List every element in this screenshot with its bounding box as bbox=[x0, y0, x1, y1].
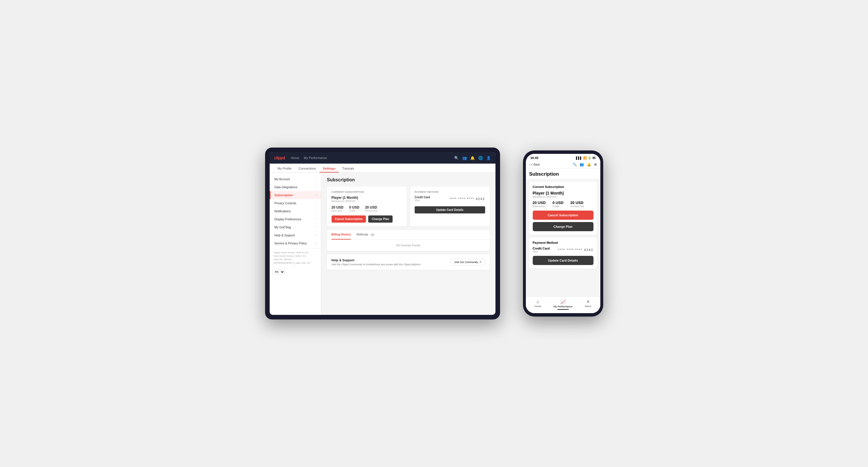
search-icon[interactable]: 🔍 bbox=[454, 156, 459, 160]
sidebar-item-displayprefs[interactable]: Display Preferences › bbox=[270, 215, 321, 223]
home-icon: ⌂ bbox=[536, 299, 539, 304]
status-time: 10:43 bbox=[530, 156, 538, 160]
phone-credit: 0 USD Credit bbox=[553, 200, 563, 208]
add-icon[interactable]: ⊕ bbox=[594, 162, 597, 166]
phone-payment-row: Credit Card Visa **** **** **** 4242 bbox=[533, 247, 593, 253]
menu-icon: ≡ bbox=[587, 299, 589, 304]
base-price: 20 USD Base price bbox=[332, 206, 344, 212]
phone-nav-icons: 🔍 👥 🔔 ⊕ bbox=[572, 162, 597, 166]
sidebar: My Account › Data Integrations › Subscri… bbox=[270, 173, 321, 315]
change-plan-button[interactable]: Change Plan bbox=[368, 215, 393, 223]
tablet-nav-links: Home My Performance bbox=[291, 156, 327, 160]
sidebar-item-privacy[interactable]: Privacy Controls › bbox=[270, 199, 321, 207]
phone-update-card-button[interactable]: Update Card Details bbox=[533, 256, 593, 265]
tablet-nav-icons: 🔍 👥 🔔 🌐 👤 bbox=[454, 156, 491, 160]
phone-payment-info: Credit Card Visa bbox=[533, 247, 550, 253]
cards-row: Current Subscription Player (1 Month) Re… bbox=[327, 187, 490, 227]
billing-history-tab[interactable]: Billing History bbox=[332, 230, 351, 240]
wifi-icon: 📶 bbox=[583, 156, 587, 160]
phone-nav-menu[interactable]: ≡ Menu bbox=[580, 299, 597, 310]
phone-nav-performance[interactable]: 📈 My Performance bbox=[553, 299, 572, 310]
payment-method-label: Payment Method bbox=[415, 190, 485, 193]
tablet-screen: clippd Home My Performance 🔍 👥 🔔 🌐 👤 My … bbox=[270, 152, 495, 315]
globe-icon[interactable]: 🌐 bbox=[478, 156, 483, 160]
no-invoices-message: No Invoices Found bbox=[327, 240, 490, 251]
sidebar-item-golfbag[interactable]: My Golf Bag › bbox=[270, 223, 321, 231]
update-card-button[interactable]: Update Card Details bbox=[415, 206, 485, 213]
card-number: **** **** **** 4242 bbox=[450, 197, 485, 200]
phone-card-number: **** **** **** 4242 bbox=[558, 248, 593, 252]
sidebar-item-subscription[interactable]: Subscription › bbox=[270, 191, 321, 199]
phone-navbar: ‹ < Back 🔍 👥 🔔 ⊕ bbox=[526, 161, 600, 168]
users-icon[interactable]: 👥 bbox=[462, 156, 467, 160]
plan-amounts: 20 USD Base price 0 USD Credit 20 USD Am… bbox=[332, 206, 402, 212]
sidebar-item-privacy-policy[interactable]: Service & Privacy Policy ↗ bbox=[270, 239, 321, 247]
payment-method-card: Payment Method Credit Card Visa **** ***… bbox=[410, 187, 490, 227]
sidebar-footer: Clippd Client Version: 2023.07.6-8 GQL S… bbox=[270, 248, 321, 267]
avatar-icon[interactable]: 👤 bbox=[486, 156, 491, 160]
sidebar-item-dataintegrations[interactable]: Data Integrations › bbox=[270, 183, 321, 191]
help-title: Help & Support bbox=[332, 258, 422, 262]
phone-plan-renew: Renews on 25/07/23 bbox=[533, 195, 593, 198]
external-link-icon: ↗ bbox=[479, 261, 482, 263]
phone-change-plan-button[interactable]: Change Plan bbox=[533, 222, 593, 231]
chevron-right-icon: › bbox=[316, 178, 317, 181]
language-select[interactable]: EN bbox=[273, 269, 285, 275]
subnav-settings[interactable]: Settings bbox=[319, 165, 339, 173]
payment-brand: Visa bbox=[415, 199, 430, 202]
phone-nav-home[interactable]: ⌂ Home bbox=[529, 299, 547, 310]
current-subscription-card: Current Subscription Player (1 Month) Re… bbox=[327, 187, 407, 227]
help-section: Help & Support Visit the Clippd Communit… bbox=[327, 254, 490, 270]
phone-payment-brand: Visa bbox=[533, 250, 550, 253]
phone-cancel-subscription-button[interactable]: Cancel Subscription bbox=[533, 211, 593, 220]
chevron-right-icon: › bbox=[316, 210, 317, 213]
cancel-subscription-button[interactable]: Cancel Subscription bbox=[332, 215, 366, 223]
tablet-nav-home[interactable]: Home bbox=[291, 156, 299, 160]
referrals-tab[interactable]: Referrals 0 bbox=[356, 230, 375, 240]
chevron-right-icon: › bbox=[316, 226, 317, 229]
amount-due: 20 USD Amount due bbox=[365, 206, 377, 212]
payment-type: Credit Card bbox=[415, 196, 430, 199]
tablet-logo: clippd bbox=[274, 156, 285, 160]
phone-plan-name: Player (1 Month) bbox=[533, 191, 593, 195]
back-button[interactable]: ‹ < Back bbox=[529, 163, 540, 166]
phone-content: Subscription Current Subscription Player… bbox=[526, 168, 600, 297]
subnav-tutorials[interactable]: Tutorials bbox=[339, 165, 358, 173]
subnav-myprofile[interactable]: My Profile bbox=[274, 165, 295, 173]
battery-icon: 🔋 bbox=[588, 156, 591, 160]
bell-icon[interactable]: 🔔 bbox=[470, 156, 475, 160]
sidebar-item-myaccount[interactable]: My Account › bbox=[270, 175, 321, 183]
phone-amount-due: 20 USD Amount due bbox=[570, 200, 584, 208]
help-desc: Visit the Clippd Community to troublesho… bbox=[332, 263, 422, 266]
tablet-nav-performance[interactable]: My Performance bbox=[304, 156, 327, 160]
phone-payment-card: Payment Method Credit Card Visa **** ***… bbox=[529, 238, 597, 269]
tablet-navbar: clippd Home My Performance 🔍 👥 🔔 🌐 👤 bbox=[270, 152, 495, 164]
sidebar-item-helpsupport[interactable]: Help & Support ↗ bbox=[270, 231, 321, 239]
sidebar-item-notifications[interactable]: Notifications › bbox=[270, 207, 321, 215]
search-icon[interactable]: 🔍 bbox=[572, 162, 577, 166]
phone-payment-label: Payment Method bbox=[533, 241, 593, 244]
sidebar-lang[interactable]: EN bbox=[273, 269, 318, 275]
external-link-icon: ↗ bbox=[315, 242, 317, 245]
plan-renew: Renews on 25/07/23 bbox=[332, 200, 402, 203]
visit-community-button[interactable]: Visit Our Community ↗ bbox=[451, 259, 485, 266]
phone-screen: 10:43 ▌▌▌ 📶 🔋 85 ‹ < Back 🔍 👥 🔔 ⊕ S bbox=[526, 154, 600, 313]
phone-base-price: 20 USD Base price bbox=[533, 200, 546, 208]
performance-icon: 📈 bbox=[560, 299, 566, 305]
active-indicator bbox=[557, 309, 569, 310]
phone-bottom-nav: ⌂ Home 📈 My Performance ≡ Menu bbox=[526, 297, 600, 313]
referrals-badge: 0 bbox=[370, 233, 375, 237]
external-link-icon: ↗ bbox=[315, 234, 317, 237]
phone-subscription-label: Current Subscription bbox=[533, 185, 593, 189]
payment-row: Credit Card Visa **** **** **** 4242 bbox=[415, 196, 485, 202]
bell-icon[interactable]: 🔔 bbox=[587, 162, 591, 166]
subnav-connections[interactable]: Connections bbox=[295, 165, 319, 173]
status-icons: ▌▌▌ 📶 🔋 85 bbox=[576, 156, 595, 160]
payment-info: Credit Card Visa bbox=[415, 196, 430, 202]
users-icon[interactable]: 👥 bbox=[580, 162, 584, 166]
status-bar: 10:43 ▌▌▌ 📶 🔋 85 bbox=[526, 154, 600, 161]
phone-amounts: 20 USD Base price 0 USD Credit 20 USD Am… bbox=[533, 200, 593, 208]
chevron-right-icon: › bbox=[316, 186, 317, 189]
chevron-right-icon: › bbox=[316, 218, 317, 221]
tablet-content: My Account › Data Integrations › Subscri… bbox=[270, 173, 495, 315]
